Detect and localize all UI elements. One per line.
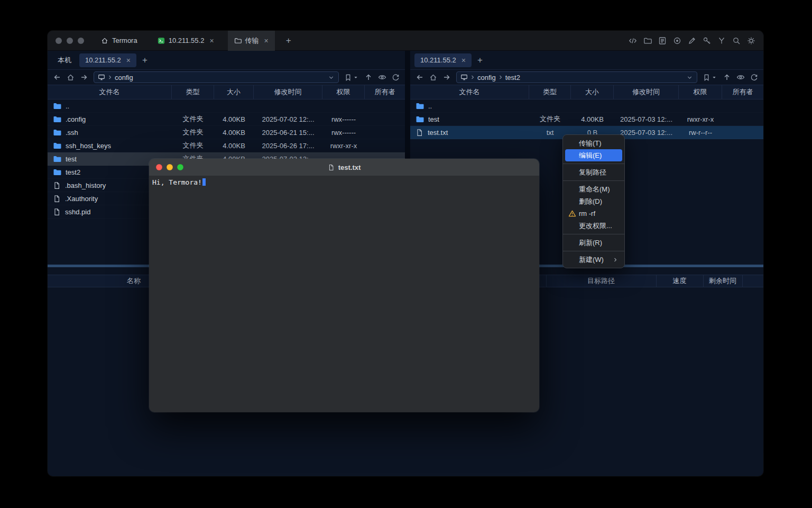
- settings-gear-icon[interactable]: [747, 37, 755, 45]
- column-header-owner[interactable]: 所有者: [365, 85, 405, 99]
- zoom-window-button[interactable]: [177, 164, 183, 170]
- column-header-mtime[interactable]: 修改时间: [254, 85, 322, 99]
- column-header-size[interactable]: 大小: [571, 85, 614, 99]
- new-tab-button[interactable]: +: [282, 34, 295, 47]
- back-button[interactable]: [53, 73, 61, 81]
- add-panel-tab-button[interactable]: +: [139, 54, 151, 67]
- keymap-icon[interactable]: [717, 37, 726, 45]
- editor-window-controls: [156, 164, 183, 170]
- add-panel-tab-button[interactable]: +: [474, 54, 486, 67]
- file-table-header-right: 文件名 类型 大小 修改时间 权限 所有者: [410, 85, 763, 99]
- caret-down-icon: [711, 74, 717, 80]
- column-header-perm[interactable]: 权限: [322, 85, 365, 99]
- menu-item-transfer[interactable]: 传输(T): [565, 137, 622, 149]
- eye-icon: [736, 73, 745, 81]
- chevron-right-icon: [469, 74, 476, 80]
- right-panel-toolbar: config test2: [410, 70, 763, 85]
- code-snippets-icon[interactable]: [629, 37, 637, 45]
- close-window-button[interactable]: [56, 38, 62, 44]
- zoom-window-button[interactable]: [78, 38, 84, 44]
- folder-icon: [53, 128, 61, 137]
- column-header-type[interactable]: 类型: [172, 85, 214, 99]
- show-hidden-files-button[interactable]: [736, 73, 745, 81]
- close-tab-icon[interactable]: ×: [126, 56, 131, 65]
- titlebar[interactable]: Termora 10.211.55.2 × 传输 × +: [48, 31, 763, 51]
- menu-separator: [563, 164, 624, 164]
- bookmark-button[interactable]: [703, 74, 717, 81]
- close-tab-icon[interactable]: ×: [264, 37, 269, 45]
- terminal-icon: [158, 37, 165, 44]
- document-icon: [328, 164, 335, 171]
- close-tab-icon[interactable]: ×: [209, 37, 214, 45]
- file-row[interactable]: .config 文件夹4.00KB 2025-07-02 12:...rwx--…: [48, 113, 405, 126]
- log-icon[interactable]: [658, 37, 667, 45]
- column-header-mtime[interactable]: 修改时间: [614, 85, 679, 99]
- path-segment[interactable]: config: [115, 74, 133, 81]
- up-directory-button[interactable]: [364, 73, 373, 81]
- menu-item-new[interactable]: 新建(W): [565, 253, 622, 266]
- warning-icon: [568, 210, 576, 217]
- tab-label: 本机: [58, 56, 71, 65]
- column-header-name[interactable]: 文件名: [410, 85, 529, 99]
- transfer-column-target-path[interactable]: 目标路径: [546, 275, 656, 287]
- tab-transfer[interactable]: 传输 ×: [228, 31, 275, 51]
- menu-item-rename[interactable]: 重命名(M): [565, 183, 622, 195]
- column-header-owner[interactable]: 所有者: [722, 85, 763, 99]
- tab-remote-host-left[interactable]: 10.211.55.2 ×: [79, 53, 136, 67]
- refresh-button[interactable]: [750, 74, 758, 81]
- path-breadcrumb-bar[interactable]: config: [94, 71, 339, 83]
- refresh-icon: [750, 74, 758, 81]
- minimize-window-button[interactable]: [67, 38, 73, 44]
- tab-termora-home[interactable]: Termora: [95, 31, 144, 51]
- menu-item-edit[interactable]: 编辑(E): [565, 149, 622, 161]
- forward-button[interactable]: [80, 73, 88, 81]
- file-row[interactable]: ssh_host_keys 文件夹4.00KB 2025-06-26 17:..…: [48, 139, 405, 152]
- sftp-folder-icon[interactable]: [643, 37, 652, 45]
- menu-item-refresh[interactable]: 刷新(R): [565, 237, 622, 249]
- tab-local-machine[interactable]: 本机: [52, 53, 77, 67]
- back-button[interactable]: [416, 73, 424, 81]
- transfer-column-eta[interactable]: 剩余时间: [703, 275, 742, 287]
- file-row[interactable]: .ssh 文件夹4.00KB 2025-06-21 15:...rwx-----…: [48, 126, 405, 139]
- home-button[interactable]: [429, 74, 437, 81]
- close-tab-icon[interactable]: ×: [462, 56, 466, 65]
- menu-item-rm-rf[interactable]: rm -rf: [565, 207, 622, 220]
- edit-icon[interactable]: [688, 37, 696, 45]
- editor-content[interactable]: Hi, Termora!: [149, 176, 539, 412]
- bookmark-button[interactable]: [344, 74, 359, 81]
- transfer-column-speed[interactable]: 速度: [656, 275, 703, 287]
- column-header-perm[interactable]: 权限: [679, 85, 722, 99]
- home-button[interactable]: [67, 74, 75, 81]
- tab-remote-host-right[interactable]: 10.211.55.2 ×: [414, 53, 472, 67]
- menu-item-delete[interactable]: 删除(D): [565, 195, 622, 207]
- chevron-down-icon[interactable]: [328, 74, 335, 81]
- menu-item-copy-path[interactable]: 复制路径: [565, 166, 622, 178]
- show-hidden-files-button[interactable]: [378, 73, 386, 81]
- refresh-button[interactable]: [392, 74, 400, 81]
- bookmark-icon: [703, 74, 710, 81]
- path-segment[interactable]: test2: [505, 74, 520, 81]
- search-icon[interactable]: [732, 37, 741, 45]
- column-header-name[interactable]: 文件名: [48, 85, 172, 99]
- submenu-chevron-icon: [612, 257, 619, 263]
- minimize-window-button[interactable]: [167, 164, 173, 170]
- file-row[interactable]: test 文件夹4.00KB 2025-07-03 12:...rwxr-xr-…: [410, 113, 763, 126]
- record-macro-icon[interactable]: [673, 37, 681, 45]
- file-row[interactable]: ..: [410, 99, 763, 113]
- editor-titlebar[interactable]: test.txt: [149, 159, 539, 176]
- column-header-size[interactable]: 大小: [214, 85, 254, 99]
- window-tab-bar: Termora 10.211.55.2 × 传输 × +: [95, 31, 295, 50]
- forward-button[interactable]: [442, 73, 451, 81]
- folder-icon: [53, 155, 61, 163]
- menu-separator: [563, 234, 624, 234]
- path-segment[interactable]: config: [477, 74, 496, 81]
- file-row[interactable]: ..: [48, 99, 405, 113]
- chevron-down-icon[interactable]: [686, 74, 693, 81]
- column-header-type[interactable]: 类型: [529, 85, 571, 99]
- tab-terminal-session[interactable]: 10.211.55.2 ×: [151, 31, 220, 51]
- key-manager-icon[interactable]: [703, 37, 711, 45]
- menu-item-change-permissions[interactable]: 更改权限...: [565, 220, 622, 232]
- close-window-button[interactable]: [156, 164, 162, 170]
- up-directory-button[interactable]: [723, 73, 731, 81]
- path-breadcrumb-bar[interactable]: config test2: [456, 71, 697, 83]
